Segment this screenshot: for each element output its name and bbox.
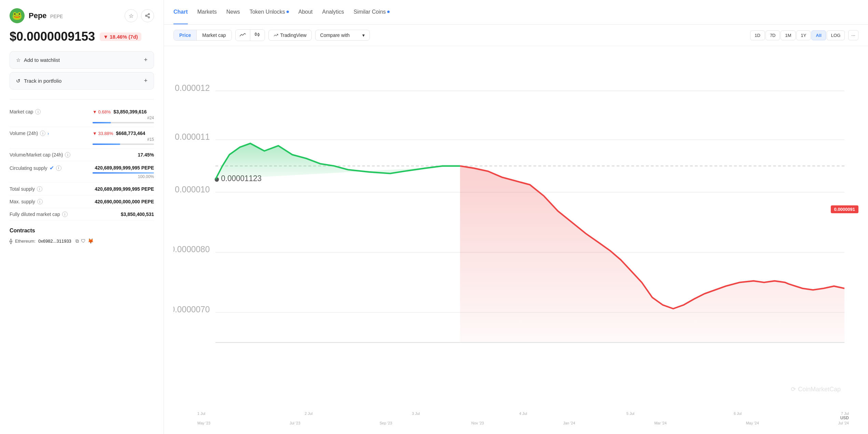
price-market-cap-group: Price Market cap bbox=[173, 30, 232, 41]
circ-supply-values: 420,689,899,999,995 PEPE 100.00% bbox=[93, 165, 154, 179]
share-button[interactable] bbox=[141, 9, 154, 22]
fdmc-info[interactable]: i bbox=[62, 212, 68, 217]
market-cap-change-group: ▼ 0.68% $3,850,399,616 bbox=[93, 109, 154, 114]
volume-rank: #15 bbox=[147, 137, 154, 142]
price-change-badge: ▼ 18.46% (7d) bbox=[100, 32, 141, 41]
tab-analytics[interactable]: Analytics bbox=[322, 0, 344, 24]
shield-icon[interactable]: 🛡 bbox=[81, 238, 86, 244]
circ-supply-label: Circulating supply ✔ i bbox=[10, 165, 61, 171]
time-1m-button[interactable]: 1M bbox=[781, 30, 796, 40]
x-label-5jul: 5 Jul bbox=[627, 411, 634, 416]
watchlist-btn-label: Add to watchlist bbox=[24, 57, 60, 63]
track-portfolio-button[interactable]: ↺ Track in portfolio + bbox=[10, 72, 154, 90]
chart-controls: Price Market cap TradingVi bbox=[164, 25, 868, 46]
time-period-group: 1D 7D 1M 1Y All LOG bbox=[750, 30, 845, 40]
svg-line-3 bbox=[147, 16, 149, 17]
similar-coins-dot bbox=[387, 11, 390, 13]
tab-similar-coins[interactable]: Similar Coins bbox=[354, 0, 390, 24]
market-cap-info[interactable]: i bbox=[35, 109, 41, 114]
coin-name: Pepe bbox=[29, 11, 47, 20]
compare-chevron-icon: ▾ bbox=[362, 32, 365, 38]
x-label-nov23: Nov '23 bbox=[471, 421, 484, 425]
time-all-button[interactable]: All bbox=[811, 30, 826, 40]
header-actions: ☆ bbox=[125, 9, 154, 22]
x-label-4jul: 4 Jul bbox=[519, 411, 527, 416]
stats-section: Market cap i ▼ 0.68% $3,850,399,616 #24 … bbox=[10, 99, 154, 221]
vol-mc-info[interactable]: i bbox=[65, 152, 70, 158]
x-label-sep23: Sep '23 bbox=[379, 421, 392, 425]
volume-change: ▼ 33.88% bbox=[93, 131, 113, 136]
x-label-2jul: 2 Jul bbox=[305, 411, 312, 416]
max-supply-label: Max. supply i bbox=[10, 199, 43, 204]
volume-info[interactable]: i bbox=[40, 131, 45, 136]
x-label-jul23: Jul '23 bbox=[290, 421, 300, 425]
svg-text:0.000011: 0.000011 bbox=[175, 132, 210, 141]
svg-text:0.000012: 0.000012 bbox=[175, 83, 210, 93]
time-7d-button[interactable]: 7D bbox=[766, 30, 780, 40]
watchlist-star-button[interactable]: ☆ bbox=[125, 9, 138, 22]
x-label-mar24: Mar '24 bbox=[654, 421, 667, 425]
time-1y-button[interactable]: 1Y bbox=[796, 30, 811, 40]
market-cap-rank: #24 bbox=[147, 116, 154, 120]
market-cap-values: ▼ 0.68% $3,850,399,616 #24 bbox=[93, 109, 154, 123]
volume-expand-icon[interactable]: › bbox=[47, 131, 49, 136]
volume-value: $668,773,464 bbox=[116, 131, 145, 136]
circ-supply-info[interactable]: i bbox=[56, 165, 61, 171]
svg-point-2 bbox=[148, 17, 150, 18]
svg-point-0 bbox=[148, 13, 150, 15]
current-price-label: 0.0000091 bbox=[831, 206, 858, 212]
total-supply-info[interactable]: i bbox=[37, 186, 42, 192]
market-cap-progress-fill bbox=[93, 122, 111, 123]
price-chart: 0.000012 0.000011 0.000010 0.0000080 0.0… bbox=[173, 50, 858, 410]
volume-label: Volume (24h) i › bbox=[10, 131, 49, 136]
cmc-logo-icon: ⟳ bbox=[791, 385, 796, 393]
time-1d-button[interactable]: 1D bbox=[750, 30, 765, 40]
x-label-1jul: 1 Jul bbox=[197, 411, 205, 416]
svg-text:0.0000070: 0.0000070 bbox=[173, 304, 210, 314]
tab-token-unlocks[interactable]: Token Unlocks bbox=[250, 0, 289, 24]
fdmc-label: Fully diluted market cap i bbox=[10, 212, 68, 217]
svg-rect-5 bbox=[255, 33, 256, 35]
trading-view-button[interactable]: TradingView bbox=[268, 30, 312, 41]
svg-point-1 bbox=[145, 15, 147, 16]
market-cap-label: Market cap i bbox=[10, 109, 41, 114]
x-label-may23: May '23 bbox=[197, 421, 210, 425]
vol-market-cap-label: Volume/Market cap (24h) i bbox=[10, 152, 70, 158]
circ-supply-progress bbox=[93, 172, 154, 174]
usd-currency-label: USD bbox=[173, 416, 858, 420]
market-cap-row: Market cap i ▼ 0.68% $3,850,399,616 #24 bbox=[10, 106, 154, 127]
volume-change-group: ▼ 33.88% $668,773,464 bbox=[93, 131, 154, 136]
price-button[interactable]: Price bbox=[174, 30, 196, 40]
tab-markets[interactable]: Markets bbox=[197, 0, 217, 24]
line-chart-icon-button[interactable] bbox=[236, 30, 250, 41]
price-badge: 0.0000091 bbox=[831, 205, 858, 213]
add-to-watchlist-button[interactable]: ☆ Add to watchlist + bbox=[10, 51, 154, 69]
x-axis-detail: 1 Jul 2 Jul 3 Jul 4 Jul 5 Jul 6 Jul 7 Ju… bbox=[173, 410, 858, 416]
more-options-button[interactable]: ··· bbox=[848, 30, 858, 40]
market-cap-button[interactable]: Market cap bbox=[197, 30, 231, 40]
contract-network-label: Ethereum: bbox=[15, 239, 36, 244]
x-label-7jul: 7 Jul bbox=[841, 411, 849, 416]
x-axis-overview: May '23 Jul '23 Sep '23 Nov '23 Jan '24 … bbox=[173, 420, 858, 427]
coin-name-group: Pepe PEPE bbox=[29, 11, 63, 20]
copy-address-icon[interactable]: ⧉ bbox=[75, 238, 79, 244]
tab-news[interactable]: News bbox=[226, 0, 240, 24]
compare-with-button[interactable]: Compare with ▾ bbox=[315, 30, 370, 41]
price-value: $0.0000009153 bbox=[10, 29, 95, 44]
tab-chart[interactable]: Chart bbox=[173, 0, 188, 24]
log-button[interactable]: LOG bbox=[827, 30, 845, 40]
coin-ticker: PEPE bbox=[50, 14, 63, 19]
link-icon[interactable]: 🦊 bbox=[88, 238, 94, 244]
tab-about[interactable]: About bbox=[298, 0, 313, 24]
max-supply-info[interactable]: i bbox=[37, 199, 43, 204]
circ-supply-row: Circulating supply ✔ i 420,689,899,999,9… bbox=[10, 161, 154, 183]
total-supply-label: Total supply i bbox=[10, 186, 42, 192]
x-label-jan24: Jan '24 bbox=[563, 421, 575, 425]
market-cap-change: ▼ 0.68% bbox=[93, 109, 111, 114]
watchlist-plus-icon: + bbox=[144, 56, 148, 64]
vol-market-cap-value: 17.45% bbox=[138, 152, 154, 158]
fdmc-value: $3,850,400,531 bbox=[121, 212, 154, 217]
candle-chart-icon-button[interactable] bbox=[250, 30, 265, 41]
market-cap-progress-bar bbox=[93, 122, 154, 123]
max-supply-value: 420,690,000,000,000 PEPE bbox=[95, 199, 154, 204]
